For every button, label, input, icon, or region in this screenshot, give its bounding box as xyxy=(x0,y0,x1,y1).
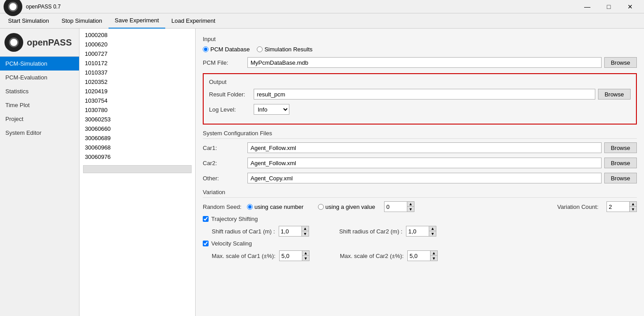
car2-browse-button[interactable]: Browse xyxy=(604,158,637,168)
radio-case-number-input[interactable] xyxy=(247,204,253,210)
system-config-section: System Configuration Files Car1: Browse … xyxy=(203,130,637,183)
load-experiment-button[interactable]: Load Experiment xyxy=(165,13,222,29)
list-item[interactable]: 1000208 xyxy=(79,30,195,40)
radio-using-given-value[interactable]: using a given value xyxy=(318,204,375,210)
shift-car2-down[interactable]: ▼ xyxy=(429,231,436,236)
max-scale-car1-up[interactable]: ▲ xyxy=(302,251,309,256)
car2-input[interactable] xyxy=(247,158,602,168)
main-panel: Input PCM Database Simulation Results PC… xyxy=(196,29,644,316)
trajectory-params-row: Shift radius of Car1 (m) : ▲ ▼ Shift rad… xyxy=(212,226,637,237)
sidebar-item-pcm-evaluation[interactable]: PCM-Evaluation xyxy=(0,71,79,84)
close-button[interactable]: ✕ xyxy=(620,0,640,13)
max-scale-car1-label: Max. scale of Car1 (±%): xyxy=(212,253,276,259)
max-scale-car2-input[interactable] xyxy=(408,251,430,261)
list-item[interactable]: 1020419 xyxy=(79,87,195,96)
random-seed-row: Random Seed: using case number using a g… xyxy=(203,201,637,212)
given-value-input[interactable] xyxy=(385,202,407,212)
pcm-file-browse-button[interactable]: Browse xyxy=(604,57,637,68)
car1-label: Car1: xyxy=(203,145,247,151)
maximize-button[interactable]: □ xyxy=(598,0,619,13)
given-value-spinbox: ▲ ▼ xyxy=(384,201,414,212)
radio-case-number-label: using case number xyxy=(255,204,304,210)
shift-car1-arrows: ▲ ▼ xyxy=(301,226,309,236)
sidebar-item-pcm-simulation[interactable]: PCM-Simulation xyxy=(0,57,79,71)
velocity-checkbox[interactable] xyxy=(203,241,209,246)
titlebar: openPASS 0.7 — □ ✕ xyxy=(0,0,644,13)
radio-given-value-label: using a given value xyxy=(326,204,375,210)
shift-car2-input[interactable] xyxy=(406,226,429,236)
other-input[interactable] xyxy=(247,173,602,183)
radio-pcm-database-input[interactable] xyxy=(203,46,209,52)
radio-simulation-results-input[interactable] xyxy=(257,46,263,52)
pcm-file-label: PCM File: xyxy=(203,59,247,66)
sidebar-logo: openPASS xyxy=(0,29,79,57)
list-item[interactable]: 30060968 xyxy=(79,143,195,152)
list-item[interactable]: 1000727 xyxy=(79,49,195,58)
max-scale-car2-down[interactable]: ▼ xyxy=(430,256,437,261)
log-level-row: Log Level: Debug Info Warning Error xyxy=(209,104,631,115)
list-item[interactable]: 1030780 xyxy=(79,105,195,115)
sidebar-item-project[interactable]: Project xyxy=(0,112,79,126)
shift-car1-down[interactable]: ▼ xyxy=(301,231,309,236)
sidebar-item-statistics[interactable]: Statistics xyxy=(0,84,79,98)
list-item[interactable]: 30060253 xyxy=(79,115,195,124)
list-item[interactable]: 30060976 xyxy=(79,152,195,162)
car1-browse-button[interactable]: Browse xyxy=(604,142,637,153)
output-section: Output Result Folder: Browse Log Level: … xyxy=(203,73,637,125)
car1-row: Car1: Browse xyxy=(203,142,637,153)
pcm-file-input[interactable] xyxy=(247,57,602,68)
list-item[interactable]: 1010337 xyxy=(79,68,195,77)
minimize-button[interactable]: — xyxy=(577,0,598,13)
max-scale-car1-input[interactable] xyxy=(280,251,302,261)
stop-simulation-button[interactable]: Stop Simulation xyxy=(55,13,109,29)
radio-pcm-database[interactable]: PCM Database xyxy=(203,46,250,53)
max-scale-car2-up[interactable]: ▲ xyxy=(430,251,437,256)
result-folder-input[interactable] xyxy=(254,89,595,100)
trajectory-checkbox[interactable] xyxy=(203,216,209,222)
sidebar-logo-inner xyxy=(9,37,19,47)
input-radio-group: PCM Database Simulation Results xyxy=(203,46,637,53)
main-layout: openPASS PCM-Simulation PCM-Evaluation S… xyxy=(0,29,644,316)
given-value-down[interactable]: ▼ xyxy=(407,207,414,212)
result-folder-browse-button[interactable]: Browse xyxy=(598,89,631,100)
other-browse-button[interactable]: Browse xyxy=(604,173,637,183)
list-item[interactable]: 30060660 xyxy=(79,124,195,133)
sidebar-item-system-editor[interactable]: System Editor xyxy=(0,126,79,140)
shift-car2-spinbox: ▲ ▼ xyxy=(406,226,436,237)
car2-label: Car2: xyxy=(203,160,247,166)
toolbar: Start Simulation Stop Simulation Save Ex… xyxy=(0,13,644,29)
given-value-up[interactable]: ▲ xyxy=(407,202,414,207)
velocity-checkbox-row: Velocity Scaling xyxy=(203,240,637,247)
list-item[interactable]: 1010172 xyxy=(79,58,195,68)
variation-count-up[interactable]: ▲ xyxy=(629,202,636,207)
variation-count-spinbox: ▲ ▼ xyxy=(606,201,637,212)
variation-title: Variation xyxy=(203,189,637,198)
list-item[interactable]: 30060689 xyxy=(79,133,195,143)
save-experiment-button[interactable]: Save Experiment xyxy=(109,13,165,29)
list-item[interactable]: 1020352 xyxy=(79,77,195,87)
shift-car1-input[interactable] xyxy=(279,226,301,236)
car1-input[interactable] xyxy=(247,142,602,153)
sidebar-item-label: PCM-Evaluation xyxy=(5,74,47,81)
other-row: Other: Browse xyxy=(203,173,637,183)
radio-given-value-input[interactable] xyxy=(318,204,324,210)
sidebar-item-label: PCM-Simulation xyxy=(5,60,47,67)
start-simulation-button[interactable]: Start Simulation xyxy=(2,13,55,29)
log-level-select[interactable]: Debug Info Warning Error xyxy=(254,104,289,115)
variation-count-down[interactable]: ▼ xyxy=(629,207,636,212)
list-item[interactable]: 1000620 xyxy=(79,40,195,49)
sidebar: openPASS PCM-Simulation PCM-Evaluation S… xyxy=(0,29,79,316)
radio-simulation-results[interactable]: Simulation Results xyxy=(257,46,313,53)
sidebar-nav: PCM-Simulation PCM-Evaluation Statistics… xyxy=(0,57,79,316)
max-scale-car2-arrows: ▲ ▼ xyxy=(430,251,437,261)
max-scale-car1-down[interactable]: ▼ xyxy=(302,256,309,261)
shift-car1-up[interactable]: ▲ xyxy=(301,226,309,231)
input-section-title: Input xyxy=(203,36,637,42)
sidebar-item-time-plot[interactable]: Time Plot xyxy=(0,98,79,112)
variation-count-input[interactable] xyxy=(607,202,629,212)
log-level-label: Log Level: xyxy=(209,106,254,113)
content-area: 1000208 1000620 1000727 1010172 1010337 … xyxy=(79,29,644,316)
list-item[interactable]: 1030754 xyxy=(79,96,195,105)
radio-using-case-number[interactable]: using case number xyxy=(247,204,304,210)
shift-car2-up[interactable]: ▲ xyxy=(429,226,436,231)
